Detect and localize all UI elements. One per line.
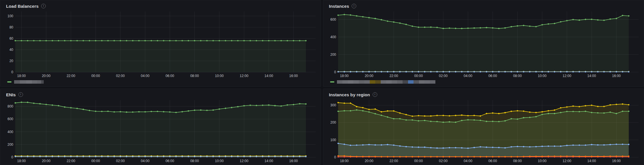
svg-text:0: 0 xyxy=(11,70,13,74)
info-icon[interactable]: i xyxy=(18,92,23,97)
svg-text:10:00: 10:00 xyxy=(538,159,546,163)
svg-text:00:00: 00:00 xyxy=(91,159,100,163)
svg-text:02:00: 02:00 xyxy=(116,159,125,163)
svg-text:100: 100 xyxy=(7,14,13,18)
line-chart-svg: 02040608010018:0020:0022:0000:0002:0004:… xyxy=(4,9,317,78)
svg-text:02:00: 02:00 xyxy=(439,159,447,163)
dashboard: Load Balancers i 02040608010018:0020:002… xyxy=(0,0,644,165)
svg-text:00:00: 00:00 xyxy=(414,159,423,163)
svg-text:12:00: 12:00 xyxy=(563,159,571,163)
svg-text:06:00: 06:00 xyxy=(165,159,174,163)
svg-text:08:00: 08:00 xyxy=(190,74,199,78)
panel-title[interactable]: Instances xyxy=(329,4,349,9)
svg-text:200: 200 xyxy=(330,53,336,57)
svg-text:400: 400 xyxy=(330,35,336,39)
svg-text:16:00: 16:00 xyxy=(612,159,621,163)
svg-text:08:00: 08:00 xyxy=(513,159,522,163)
svg-text:200: 200 xyxy=(7,143,13,147)
chart-enis[interactable]: 020040060080018:0020:0022:0000:0002:0004… xyxy=(4,98,317,164)
svg-text:06:00: 06:00 xyxy=(488,74,497,78)
svg-text:14:00: 14:00 xyxy=(587,74,596,78)
legend-series-marker xyxy=(7,81,12,83)
svg-text:18:00: 18:00 xyxy=(17,74,26,78)
svg-text:200: 200 xyxy=(330,120,336,124)
panel-header: ENIs i xyxy=(4,91,317,98)
svg-text:12:00: 12:00 xyxy=(240,74,248,78)
line-chart-svg: 010020030018:0020:0022:0000:0002:0004:00… xyxy=(327,98,640,164)
svg-text:12:00: 12:00 xyxy=(240,159,248,163)
svg-text:04:00: 04:00 xyxy=(141,159,149,163)
legend-series-marker xyxy=(330,81,334,83)
svg-text:04:00: 04:00 xyxy=(464,159,472,163)
svg-text:02:00: 02:00 xyxy=(439,74,447,78)
svg-text:400: 400 xyxy=(7,130,13,134)
svg-text:06:00: 06:00 xyxy=(165,74,174,78)
svg-text:12:00: 12:00 xyxy=(563,74,571,78)
svg-text:10:00: 10:00 xyxy=(538,74,546,78)
svg-text:10:00: 10:00 xyxy=(215,159,224,163)
svg-text:20: 20 xyxy=(9,59,14,63)
svg-text:04:00: 04:00 xyxy=(464,74,472,78)
legend-load-balancers[interactable] xyxy=(4,78,317,85)
panel-header: Instances by region i xyxy=(327,91,640,98)
svg-text:16:00: 16:00 xyxy=(289,159,298,163)
svg-text:300: 300 xyxy=(330,103,336,107)
panel-instances-by-region: Instances by region i 010020030018:0020:… xyxy=(323,89,644,165)
svg-text:80: 80 xyxy=(9,25,14,29)
panel-instances: Instances i 020040060018:0020:0022:0000:… xyxy=(323,0,644,87)
svg-text:0: 0 xyxy=(334,155,336,159)
svg-text:10:00: 10:00 xyxy=(215,74,224,78)
svg-text:22:00: 22:00 xyxy=(389,159,398,163)
svg-text:100: 100 xyxy=(330,138,336,142)
panel-enis: ENIs i 020040060080018:0020:0022:0000:00… xyxy=(0,89,321,165)
chart-load-balancers[interactable]: 02040608010018:0020:0022:0000:0002:0004:… xyxy=(4,9,317,78)
svg-text:02:00: 02:00 xyxy=(116,74,125,78)
chart-instances[interactable]: 020040060018:0020:0022:0000:0002:0004:00… xyxy=(327,9,640,78)
svg-text:20:00: 20:00 xyxy=(42,159,50,163)
panel-load-balancers: Load Balancers i 02040608010018:0020:002… xyxy=(0,0,321,87)
svg-text:18:00: 18:00 xyxy=(340,74,348,78)
svg-text:08:00: 08:00 xyxy=(190,159,199,163)
panel-header: Load Balancers i xyxy=(4,3,317,9)
svg-text:00:00: 00:00 xyxy=(414,74,423,78)
chart-instances-by-region[interactable]: 010020030018:0020:0022:0000:0002:0004:00… xyxy=(327,98,640,164)
legend-label-redacted xyxy=(14,80,44,84)
panel-header: Instances i xyxy=(327,3,640,9)
panel-title[interactable]: Instances by region xyxy=(329,92,370,97)
svg-text:22:00: 22:00 xyxy=(389,74,398,78)
svg-text:14:00: 14:00 xyxy=(264,74,273,78)
legend-instances[interactable] xyxy=(327,78,640,85)
svg-text:22:00: 22:00 xyxy=(66,74,75,78)
svg-text:18:00: 18:00 xyxy=(340,159,348,163)
line-chart-svg: 020040060080018:0020:0022:0000:0002:0004… xyxy=(4,98,317,164)
svg-text:08:00: 08:00 xyxy=(513,74,522,78)
svg-text:22:00: 22:00 xyxy=(66,159,75,163)
legend-label-redacted xyxy=(337,80,435,84)
svg-text:800: 800 xyxy=(7,104,13,108)
svg-text:16:00: 16:00 xyxy=(289,74,298,78)
svg-text:40: 40 xyxy=(9,48,14,52)
info-icon[interactable]: i xyxy=(41,4,46,8)
svg-text:60: 60 xyxy=(9,37,14,41)
svg-text:14:00: 14:00 xyxy=(587,159,596,163)
svg-text:20:00: 20:00 xyxy=(365,74,373,78)
svg-text:18:00: 18:00 xyxy=(17,159,26,163)
svg-text:04:00: 04:00 xyxy=(141,74,149,78)
svg-text:0: 0 xyxy=(11,155,13,159)
svg-text:00:00: 00:00 xyxy=(91,74,100,78)
svg-text:0: 0 xyxy=(334,70,336,74)
info-icon[interactable]: i xyxy=(352,4,356,8)
line-chart-svg: 020040060018:0020:0022:0000:0002:0004:00… xyxy=(327,9,640,78)
svg-text:16:00: 16:00 xyxy=(612,74,621,78)
svg-text:06:00: 06:00 xyxy=(488,159,497,163)
svg-text:20:00: 20:00 xyxy=(42,74,50,78)
svg-text:600: 600 xyxy=(7,117,13,121)
info-icon[interactable]: i xyxy=(373,92,377,97)
panel-title[interactable]: ENIs xyxy=(6,92,16,97)
panel-title[interactable]: Load Balancers xyxy=(6,4,39,9)
svg-text:600: 600 xyxy=(330,18,336,22)
svg-text:14:00: 14:00 xyxy=(264,159,273,163)
svg-text:20:00: 20:00 xyxy=(365,159,373,163)
